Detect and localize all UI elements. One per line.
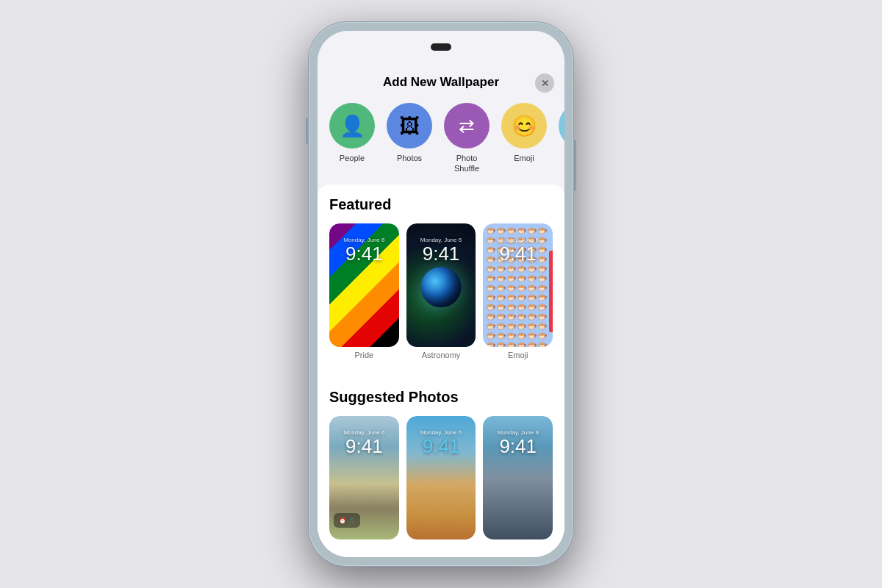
emoji-wall-time-overlay: Monday, June 6 9:41	[483, 223, 553, 347]
sheet-header: Add New Wallpaper ✕	[318, 63, 564, 96]
featured-section: Featured Monday, June 6 9:41 Pride	[318, 184, 564, 377]
wallpaper-pride[interactable]: Monday, June 6 9:41 Pride	[329, 223, 399, 359]
suggested-photo-3[interactable]: Monday, June 9 9:41	[483, 416, 553, 539]
people-icon: 👤	[340, 114, 365, 138]
scroll-content[interactable]: Featured Monday, June 6 9:41 Pride	[318, 184, 564, 557]
shuffle-icon: ⇄	[459, 115, 475, 137]
pride-date: Monday, June 6	[343, 237, 384, 243]
shuffle-label: PhotoShuffle	[454, 153, 479, 174]
red-stripe	[549, 251, 553, 332]
emoji-icon-bg: 😊	[501, 103, 547, 148]
photo1-time: 9:41	[345, 436, 383, 457]
category-photo-shuffle[interactable]: ⇄ PhotoShuffle	[444, 103, 490, 174]
featured-title: Featured	[329, 196, 553, 213]
photo1-preview: Monday, June 6 9:41 ⏰ 🎵	[329, 416, 399, 539]
emoji-wall-date: Monday, June 6	[498, 237, 539, 243]
phone-frame: Add New Wallpaper ✕ 👤 People 🖼 Photos	[309, 22, 573, 566]
sheet-title: Add New Wallpaper	[383, 75, 499, 90]
photo3-preview: Monday, June 9 9:41	[483, 416, 553, 539]
astronomy-preview: Monday, June 6 9:41	[406, 223, 476, 347]
categories-row: 👤 People 🖼 Photos ⇄ PhotoShuffle	[318, 96, 564, 184]
phone-top-bar	[318, 31, 564, 63]
suggested-photos-row: Monday, June 6 9:41 ⏰ 🎵	[329, 416, 553, 539]
category-emoji[interactable]: 😊 Emoji	[501, 103, 547, 174]
suggested-section: Suggested Photos Monday, June 6 9:41	[318, 377, 564, 557]
weather-icon-bg: ⛅	[559, 103, 564, 148]
close-button[interactable]: ✕	[535, 74, 554, 93]
emoji-icon: 😊	[512, 114, 537, 138]
photo3-time: 9:41	[499, 436, 537, 457]
suggested-photo-1[interactable]: Monday, June 6 9:41 ⏰ 🎵	[329, 416, 399, 539]
wallpaper-emoji[interactable]: 🐡🐡🐡🐡🐡🐡🐡🐡🐡🐡🐡🐡🐡🐡🐡🐡🐡🐡🐡🐡🐡🐡🐡🐡🐡🐡🐡🐡🐡🐡🐡🐡🐡🐡🐡🐡🐡🐡🐡🐡…	[483, 223, 553, 359]
astronomy-date: Monday, June 6	[420, 237, 462, 243]
suggested-title: Suggested Photos	[329, 389, 553, 406]
astronomy-time: 9:41	[423, 243, 460, 265]
photo2-time-overlay: Monday, June 6 9:41	[406, 416, 476, 539]
astronomy-time-overlay: Monday, June 6 9:41	[406, 223, 476, 347]
people-icon-bg: 👤	[329, 103, 375, 148]
emoji-wall-time: 9:41	[499, 243, 537, 265]
emoji-wall-label: Emoji	[483, 351, 553, 359]
wallpaper-astronomy[interactable]: Monday, June 6 9:41 Astronomy	[406, 223, 476, 359]
photo2-date: Monday, June 6	[420, 429, 462, 436]
camera-notch	[431, 43, 451, 51]
suggested-photo-2[interactable]: Monday, June 6 9:41	[406, 416, 476, 539]
pride-time: 9:41	[345, 243, 383, 265]
emoji-label: Emoji	[514, 153, 534, 163]
people-label: People	[340, 153, 365, 163]
astronomy-label: Astronomy	[406, 351, 476, 359]
pride-preview: Monday, June 6 9:41	[329, 223, 399, 347]
phone-screen: Add New Wallpaper ✕ 👤 People 🖼 Photos	[318, 31, 564, 557]
category-people[interactable]: 👤 People	[329, 103, 375, 174]
category-photos[interactable]: 🖼 Photos	[387, 103, 432, 174]
pride-label: Pride	[329, 351, 399, 359]
photo3-time-overlay: Monday, June 9 9:41	[483, 416, 553, 539]
shuffle-icon-bg: ⇄	[444, 103, 490, 148]
photos-icon-bg: 🖼	[387, 103, 432, 148]
pride-time-overlay: Monday, June 6 9:41	[329, 223, 399, 347]
category-weather[interactable]: ⛅ Weather	[559, 103, 564, 174]
photo2-time: 9:41	[423, 436, 460, 457]
photo1-date: Monday, June 6	[343, 429, 384, 436]
wallpaper-sheet: Add New Wallpaper ✕ 👤 People 🖼 Photos	[318, 63, 564, 557]
photos-icon: 🖼	[399, 114, 420, 138]
photos-label: Photos	[397, 153, 422, 163]
photo2-preview: Monday, June 6 9:41	[406, 416, 476, 539]
emoji-preview: 🐡🐡🐡🐡🐡🐡🐡🐡🐡🐡🐡🐡🐡🐡🐡🐡🐡🐡🐡🐡🐡🐡🐡🐡🐡🐡🐡🐡🐡🐡🐡🐡🐡🐡🐡🐡🐡🐡🐡🐡…	[483, 223, 553, 347]
featured-wallpapers-row: Monday, June 6 9:41 Pride Mon	[329, 223, 553, 359]
widget-overlay: ⏰ 🎵	[334, 513, 360, 528]
photo3-date: Monday, June 9	[498, 429, 539, 436]
